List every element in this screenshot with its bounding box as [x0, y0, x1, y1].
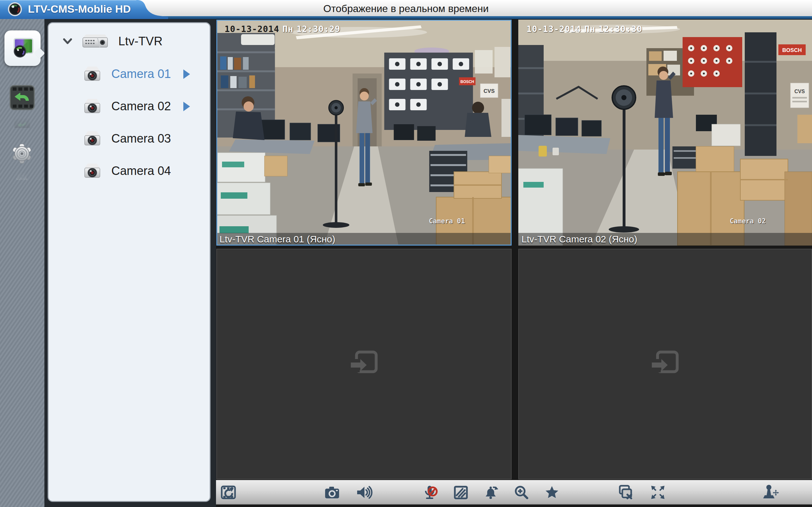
svg-text:CVS: CVS: [484, 88, 495, 94]
camera-02-video-frame: BOSCH CVS: [518, 20, 812, 245]
gear-icon: [11, 143, 33, 165]
chevron-down-icon[interactable]: [62, 37, 72, 46]
sidebar-item-live-view[interactable]: [4, 31, 41, 66]
close-window-icon: [617, 483, 635, 502]
speaker-icon: [355, 483, 373, 502]
camera-device-icon: [82, 129, 102, 148]
title-bar: Отображение в реальном времени LTV-CMS-M…: [0, 0, 812, 19]
star-icon: [543, 483, 561, 502]
stream-quality-button[interactable]: [451, 482, 471, 503]
video-tile-camera-02[interactable]: BOSCH CVS: [518, 20, 812, 245]
alarm-button[interactable]: [481, 482, 502, 503]
camera-01-label: Camera 01: [111, 67, 171, 81]
empty-channel-tile[interactable]: [518, 249, 812, 480]
tree-row-device[interactable]: Ltv-TVR: [49, 26, 210, 56]
app-title: LTV-CMS-Moblie HD: [28, 0, 131, 18]
svg-text:BOSCH: BOSCH: [782, 47, 802, 53]
empty-channel-tile[interactable]: [216, 249, 512, 480]
dvr-icon: [80, 32, 109, 50]
mic-muted-icon: [422, 483, 440, 502]
stream-arrow-icon[interactable]: [183, 102, 190, 111]
playback-icon-reflection: [9, 112, 35, 128]
sidebar-item-remote-playback[interactable]: [9, 85, 35, 110]
close-channel-button[interactable]: [616, 482, 636, 503]
video-grid: BOSCH CVS 10-13-2: [216, 19, 812, 507]
add-channel-icon: [348, 348, 380, 380]
microphone-off-button[interactable]: [421, 482, 441, 503]
tile-caption: Ltv-TVR Camera 02 (Ясно): [518, 233, 812, 245]
device-tree-zone: Ltv-TVR Camera 01 Camera 02 Camera 03 Ca…: [44, 19, 216, 507]
add-channel-icon: [649, 348, 681, 380]
fullscreen-arrows-icon: [649, 483, 667, 502]
filmstrip-replay-icon: [219, 483, 238, 502]
image-quality-icon: [452, 483, 470, 502]
osd-camera-name: Camera 02: [730, 217, 766, 225]
instant-playback-button[interactable]: [218, 482, 239, 503]
fullscreen-button[interactable]: [648, 482, 668, 503]
snapshot-button[interactable]: [322, 482, 342, 503]
app-tab: LTV-CMS-Moblie HD: [0, 0, 168, 19]
tree-row-camera-03[interactable]: Camera 03: [49, 123, 210, 154]
camera-device-icon: [82, 96, 102, 116]
gear-icon-reflection: [11, 166, 33, 180]
alarm-bell-icon: [483, 483, 501, 502]
camera-03-label: Camera 03: [111, 132, 171, 146]
device-name: Ltv-TVR: [118, 35, 162, 48]
stream-arrow-icon[interactable]: [183, 69, 190, 79]
digital-zoom-button[interactable]: [511, 482, 531, 503]
live-view-icon: [10, 36, 35, 60]
camera-device-icon: [82, 161, 102, 181]
sidebar: [0, 19, 44, 507]
camera-01-video-frame: BOSCH CVS: [216, 20, 512, 245]
ptz-joystick-icon: [761, 483, 779, 502]
audio-button[interactable]: [354, 482, 374, 503]
ptz-button[interactable]: [760, 482, 780, 503]
camera-04-label: Camera 04: [111, 164, 171, 178]
zoom-plus-icon: [512, 483, 531, 502]
app-window: Отображение в реальном времени LTV-CMS-M…: [0, 0, 812, 507]
app-logo-lens-icon: [8, 2, 22, 16]
osd-camera-name: Camera 01: [429, 217, 465, 225]
tree-row-camera-01[interactable]: Camera 01: [49, 59, 210, 89]
camera-icon: [323, 483, 341, 502]
video-tile-camera-01[interactable]: BOSCH CVS 10-13-2: [216, 20, 512, 245]
camera-02-label: Camera 02: [111, 100, 171, 113]
tile-caption: Ltv-TVR Camera 01 (Ясно): [216, 233, 512, 245]
osd-timestamp: 10-13-2014Пн12:30:29: [224, 24, 344, 34]
playback-filmstrip-icon: [9, 85, 35, 110]
sidebar-item-settings[interactable]: [11, 143, 33, 165]
device-tree-panel: Ltv-TVR Camera 01 Camera 02 Camera 03 Ca…: [48, 22, 211, 502]
camera-device-icon: [82, 64, 102, 83]
favorite-button[interactable]: [542, 482, 562, 503]
osd-timestamp: 10-13-2014Пн12:30:30: [526, 24, 646, 34]
toolbar: [216, 480, 812, 504]
tree-row-camera-02[interactable]: Camera 02: [49, 91, 210, 121]
tree-row-camera-04[interactable]: Camera 04: [49, 156, 210, 186]
svg-text:BOSCH: BOSCH: [461, 79, 474, 84]
svg-text:CVS: CVS: [795, 89, 805, 94]
